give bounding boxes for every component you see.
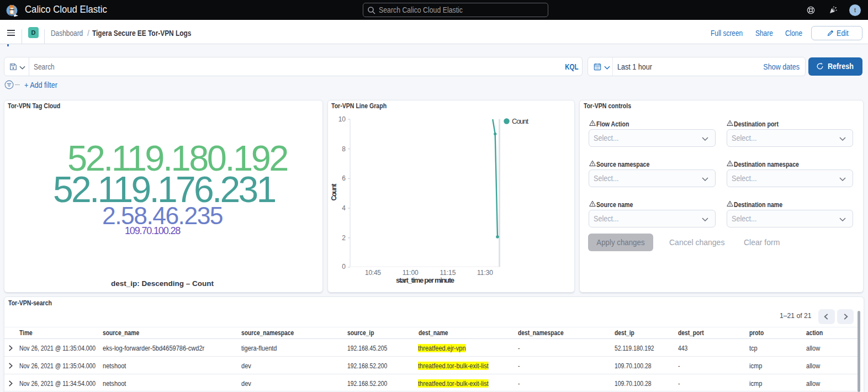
svg-text:0: 0 xyxy=(342,263,346,271)
svg-text:11:30: 11:30 xyxy=(477,269,493,277)
svg-text:start_time per minute: start_time per minute xyxy=(396,276,454,284)
svg-text:10:45: 10:45 xyxy=(365,269,381,277)
svg-text:Count: Count xyxy=(330,183,338,201)
svg-text:11:15: 11:15 xyxy=(440,269,456,277)
svg-text:11:00: 11:00 xyxy=(403,269,419,277)
svg-text:6: 6 xyxy=(342,174,346,182)
svg-text:10: 10 xyxy=(338,115,346,123)
svg-text:2: 2 xyxy=(342,234,346,242)
svg-text:4: 4 xyxy=(342,204,346,212)
svg-text:Count: Count xyxy=(512,117,528,125)
svg-text:8: 8 xyxy=(342,145,346,153)
